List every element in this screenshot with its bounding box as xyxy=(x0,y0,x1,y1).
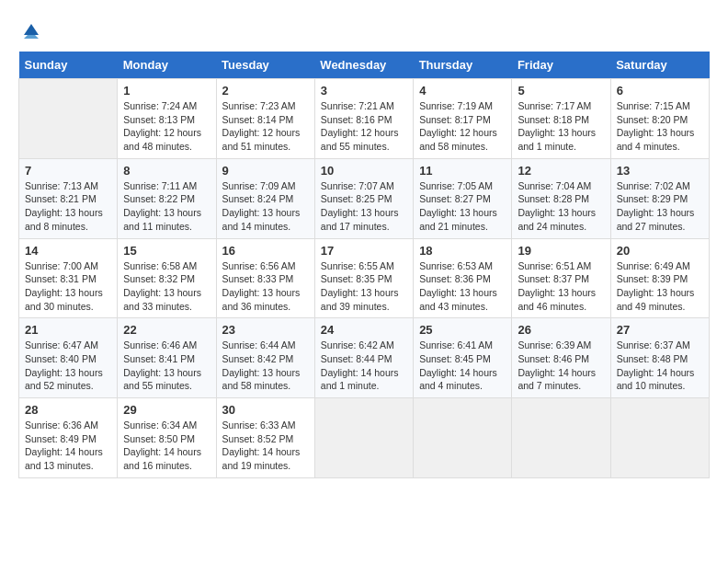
day-of-week-header: Monday xyxy=(118,52,216,79)
calendar-day-cell: 23Sunrise: 6:44 AMSunset: 8:42 PMDayligh… xyxy=(216,318,314,398)
day-number: 18 xyxy=(419,244,506,258)
calendar-day-cell: 25Sunrise: 6:41 AMSunset: 8:45 PMDayligh… xyxy=(414,318,512,398)
calendar-day-cell: 18Sunrise: 6:53 AMSunset: 8:36 PMDayligh… xyxy=(414,238,512,318)
calendar-day-cell: 5Sunrise: 7:17 AMSunset: 8:18 PMDaylight… xyxy=(512,79,610,159)
day-number: 26 xyxy=(518,323,604,337)
day-info: Sunrise: 6:46 AMSunset: 8:41 PMDaylight:… xyxy=(123,339,210,393)
calendar-day-cell: 20Sunrise: 6:49 AMSunset: 8:39 PMDayligh… xyxy=(610,238,709,318)
day-number: 3 xyxy=(321,84,407,98)
day-of-week-header: Wednesday xyxy=(314,52,413,79)
day-number: 15 xyxy=(123,244,210,258)
calendar-day-cell xyxy=(610,398,709,478)
calendar-day-cell: 19Sunrise: 6:51 AMSunset: 8:37 PMDayligh… xyxy=(512,238,610,318)
logo-icon xyxy=(20,18,42,40)
day-of-week-header: Tuesday xyxy=(216,52,314,79)
calendar-day-cell xyxy=(314,398,413,478)
day-number: 28 xyxy=(25,403,111,417)
day-number: 12 xyxy=(518,164,604,178)
day-info: Sunrise: 7:11 AMSunset: 8:22 PMDaylight:… xyxy=(123,179,210,234)
day-number: 21 xyxy=(25,323,111,337)
calendar-day-cell xyxy=(19,79,118,159)
calendar-day-cell: 13Sunrise: 7:02 AMSunset: 8:29 PMDayligh… xyxy=(610,158,709,238)
day-of-week-header: Thursday xyxy=(414,52,512,79)
day-info: Sunrise: 7:07 AMSunset: 8:25 PMDaylight:… xyxy=(321,179,407,234)
calendar-day-cell: 6Sunrise: 7:15 AMSunset: 8:20 PMDaylight… xyxy=(610,79,709,159)
day-number: 30 xyxy=(222,403,309,417)
day-info: Sunrise: 6:39 AMSunset: 8:46 PMDaylight:… xyxy=(518,339,604,393)
calendar-day-cell: 7Sunrise: 7:13 AMSunset: 8:21 PMDaylight… xyxy=(19,158,118,238)
day-info: Sunrise: 7:00 AMSunset: 8:31 PMDaylight:… xyxy=(25,259,111,314)
calendar-day-cell: 27Sunrise: 6:37 AMSunset: 8:48 PMDayligh… xyxy=(610,318,709,398)
day-info: Sunrise: 6:42 AMSunset: 8:44 PMDaylight:… xyxy=(321,339,407,393)
calendar-day-cell: 2Sunrise: 7:23 AMSunset: 8:14 PMDaylight… xyxy=(216,79,314,159)
day-number: 14 xyxy=(25,244,111,258)
calendar-day-cell: 14Sunrise: 7:00 AMSunset: 8:31 PMDayligh… xyxy=(19,238,118,318)
day-number: 23 xyxy=(222,323,309,337)
svg-marker-0 xyxy=(24,24,39,35)
calendar-day-cell: 4Sunrise: 7:19 AMSunset: 8:17 PMDaylight… xyxy=(414,79,512,159)
day-number: 17 xyxy=(321,244,407,258)
day-info: Sunrise: 7:23 AMSunset: 8:14 PMDaylight:… xyxy=(222,99,309,154)
calendar-day-cell: 22Sunrise: 6:46 AMSunset: 8:41 PMDayligh… xyxy=(118,318,216,398)
day-number: 2 xyxy=(222,84,309,98)
day-number: 24 xyxy=(321,323,407,337)
svg-marker-1 xyxy=(24,35,39,39)
day-info: Sunrise: 6:34 AMSunset: 8:50 PMDaylight:… xyxy=(123,419,210,473)
day-info: Sunrise: 6:33 AMSunset: 8:52 PMDaylight:… xyxy=(222,419,309,473)
day-number: 13 xyxy=(617,164,703,178)
calendar-day-cell: 17Sunrise: 6:55 AMSunset: 8:35 PMDayligh… xyxy=(314,238,413,318)
day-info: Sunrise: 6:41 AMSunset: 8:45 PMDaylight:… xyxy=(419,339,506,393)
calendar-day-cell: 8Sunrise: 7:11 AMSunset: 8:22 PMDaylight… xyxy=(118,158,216,238)
calendar-day-cell xyxy=(512,398,610,478)
calendar-day-cell: 24Sunrise: 6:42 AMSunset: 8:44 PMDayligh… xyxy=(314,318,413,398)
calendar-day-cell: 28Sunrise: 6:36 AMSunset: 8:49 PMDayligh… xyxy=(19,398,118,478)
day-info: Sunrise: 6:58 AMSunset: 8:32 PMDaylight:… xyxy=(123,259,210,314)
day-number: 7 xyxy=(25,164,111,178)
day-of-week-header: Friday xyxy=(512,52,610,79)
day-info: Sunrise: 7:21 AMSunset: 8:16 PMDaylight:… xyxy=(321,99,407,154)
day-number: 5 xyxy=(518,84,604,98)
day-number: 11 xyxy=(419,164,506,178)
day-info: Sunrise: 7:04 AMSunset: 8:28 PMDaylight:… xyxy=(518,179,604,234)
day-number: 19 xyxy=(518,244,604,258)
day-info: Sunrise: 7:02 AMSunset: 8:29 PMDaylight:… xyxy=(617,179,703,234)
calendar-day-cell: 26Sunrise: 6:39 AMSunset: 8:46 PMDayligh… xyxy=(512,318,610,398)
calendar-week-row: 14Sunrise: 7:00 AMSunset: 8:31 PMDayligh… xyxy=(19,238,710,318)
day-number: 6 xyxy=(617,84,703,98)
calendar-day-cell: 15Sunrise: 6:58 AMSunset: 8:32 PMDayligh… xyxy=(118,238,216,318)
day-number: 1 xyxy=(123,84,210,98)
day-info: Sunrise: 7:24 AMSunset: 8:13 PMDaylight:… xyxy=(123,99,210,154)
day-info: Sunrise: 6:53 AMSunset: 8:36 PMDaylight:… xyxy=(419,259,506,314)
day-number: 9 xyxy=(222,164,309,178)
day-info: Sunrise: 6:51 AMSunset: 8:37 PMDaylight:… xyxy=(518,259,604,314)
calendar-day-cell: 29Sunrise: 6:34 AMSunset: 8:50 PMDayligh… xyxy=(118,398,216,478)
calendar-week-row: 28Sunrise: 6:36 AMSunset: 8:49 PMDayligh… xyxy=(19,398,710,478)
calendar-day-cell: 9Sunrise: 7:09 AMSunset: 8:24 PMDaylight… xyxy=(216,158,314,238)
day-number: 22 xyxy=(123,323,210,337)
day-info: Sunrise: 7:19 AMSunset: 8:17 PMDaylight:… xyxy=(419,99,506,154)
calendar-day-cell: 30Sunrise: 6:33 AMSunset: 8:52 PMDayligh… xyxy=(216,398,314,478)
day-info: Sunrise: 7:17 AMSunset: 8:18 PMDaylight:… xyxy=(518,99,604,154)
calendar-day-cell: 12Sunrise: 7:04 AMSunset: 8:28 PMDayligh… xyxy=(512,158,610,238)
day-of-week-header: Saturday xyxy=(610,52,709,79)
calendar-week-row: 21Sunrise: 6:47 AMSunset: 8:40 PMDayligh… xyxy=(19,318,710,398)
calendar-day-cell: 10Sunrise: 7:07 AMSunset: 8:25 PMDayligh… xyxy=(314,158,413,238)
day-info: Sunrise: 6:36 AMSunset: 8:49 PMDaylight:… xyxy=(25,419,111,473)
day-info: Sunrise: 7:13 AMSunset: 8:21 PMDaylight:… xyxy=(25,179,111,234)
day-number: 20 xyxy=(617,244,703,258)
day-info: Sunrise: 6:47 AMSunset: 8:40 PMDaylight:… xyxy=(25,339,111,393)
calendar-day-cell: 11Sunrise: 7:05 AMSunset: 8:27 PMDayligh… xyxy=(414,158,512,238)
day-info: Sunrise: 7:15 AMSunset: 8:20 PMDaylight:… xyxy=(617,99,703,154)
calendar-week-row: 1Sunrise: 7:24 AMSunset: 8:13 PMDaylight… xyxy=(19,79,710,159)
page-header xyxy=(18,18,710,37)
calendar-header-row: SundayMondayTuesdayWednesdayThursdayFrid… xyxy=(19,52,710,79)
day-number: 29 xyxy=(123,403,210,417)
calendar-table: SundayMondayTuesdayWednesdayThursdayFrid… xyxy=(18,52,710,478)
day-of-week-header: Sunday xyxy=(19,52,118,79)
calendar-week-row: 7Sunrise: 7:13 AMSunset: 8:21 PMDaylight… xyxy=(19,158,710,238)
day-number: 27 xyxy=(617,323,703,337)
day-number: 25 xyxy=(419,323,506,337)
day-number: 4 xyxy=(419,84,506,98)
calendar-day-cell: 1Sunrise: 7:24 AMSunset: 8:13 PMDaylight… xyxy=(118,79,216,159)
calendar-day-cell: 21Sunrise: 6:47 AMSunset: 8:40 PMDayligh… xyxy=(19,318,118,398)
